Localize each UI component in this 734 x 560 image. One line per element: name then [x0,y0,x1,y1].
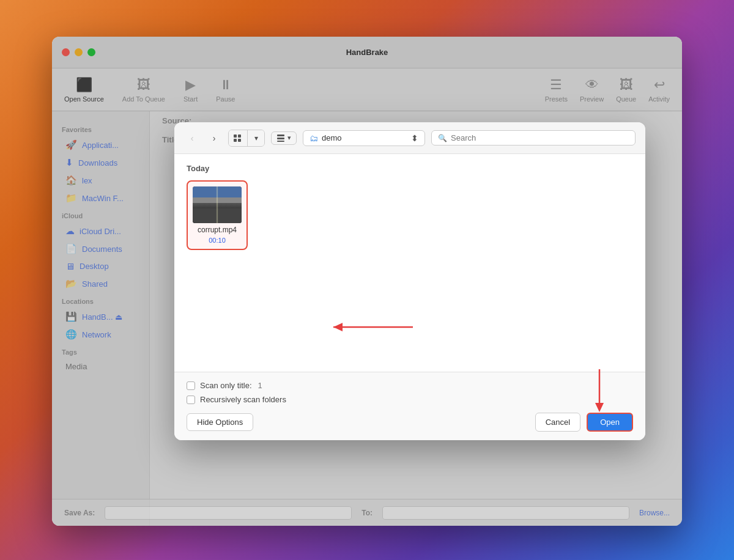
dialog-buttons: Hide Options Cancel Open [187,413,633,432]
file-grid: corrupt.mp4 00:10 [187,180,633,250]
recursive-scan-checkbox[interactable] [187,396,195,404]
svg-rect-6 [277,141,284,142]
svg-rect-2 [234,139,237,142]
dialog-right-buttons: Cancel Open [535,413,633,432]
arrow-annotation-h [321,318,419,339]
search-input[interactable] [451,133,629,142]
scan-options: Scan only title: 1 Recursively scan fold… [187,381,633,404]
svg-marker-8 [333,323,343,331]
scan-title-checkbox[interactable] [187,381,195,390]
search-icon: 🔍 [438,134,447,142]
folder-icon: 🗂 [310,133,318,143]
svg-rect-0 [234,134,237,138]
file-duration: 00:10 [209,237,226,244]
file-thumbnail [193,186,242,223]
scan-title-option: Scan only title: 1 [187,381,633,390]
scan-title-num: 1 [258,381,262,390]
dialog-toolbar: ‹ › ▾ [174,122,645,154]
icon-view-button[interactable] [229,130,246,146]
view-dropdown-arrow: ▾ [287,134,291,142]
open-button[interactable]: Open [587,413,633,432]
location-stepper[interactable]: ⬍ [411,133,418,143]
location-text: demo [322,133,407,142]
video-preview [193,186,242,223]
hide-options-button[interactable]: Hide Options [187,413,253,431]
back-button[interactable]: ‹ [184,130,200,146]
svg-rect-1 [238,134,241,138]
file-open-dialog: ‹ › ▾ [174,122,645,440]
forward-button[interactable]: › [206,130,222,146]
svg-marker-10 [595,403,604,412]
location-bar: 🗂 demo ⬍ [303,130,425,146]
dialog-overlay: ‹ › ▾ [52,37,682,526]
recursive-scan-label: Recursively scan folders [200,395,286,404]
view-toggle-group: ▾ [228,130,265,147]
file-item-corrupt-mp4[interactable]: corrupt.mp4 00:10 [187,180,248,250]
recursive-scan-option: Recursively scan folders [187,395,633,404]
search-bar: 🔍 [431,130,636,146]
list-view-dropdown[interactable]: ▾ [271,131,297,145]
file-name: corrupt.mp4 [198,226,237,234]
scan-title-label: Scan only title: [200,381,252,390]
chevron-view-down-button[interactable]: ▾ [247,130,264,146]
svg-rect-5 [277,138,284,139]
svg-rect-3 [238,139,241,142]
today-section-header: Today [187,164,633,173]
svg-rect-4 [277,134,284,136]
app-window: HandBrake ⬛ Open Source 🖼 Add To Queue ▶… [52,37,682,526]
cancel-button[interactable]: Cancel [535,413,580,432]
dialog-content: Today corrupt.mp4 00:10 [174,154,645,372]
dialog-footer: Scan only title: 1 Recursively scan fold… [174,372,645,440]
